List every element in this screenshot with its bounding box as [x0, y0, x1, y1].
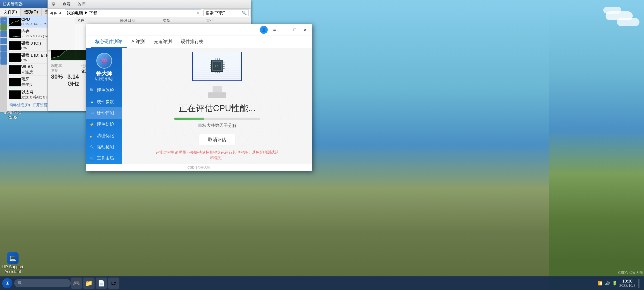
tm-sidebar-disk0[interactable] — [0, 31, 7, 37]
ld-nav-rt-test[interactable]: 光追评测 — [149, 36, 176, 48]
tray-show-desktop[interactable] — [638, 279, 640, 288]
tm-tab-file[interactable]: 文件(F) — [0, 8, 20, 16]
svg-rect-32 — [223, 66, 224, 67]
tm-sidebar: CPU — [0, 16, 7, 112]
tm-sidebar-disk1[interactable] — [0, 38, 7, 44]
cloud-decoration-2 — [603, 7, 622, 14]
tray-sound-icon[interactable]: 🔊 — [605, 281, 610, 286]
desktop-icon-hp-support[interactable]: 💻 HP SupportAssistant — [2, 252, 23, 274]
ld-close-btn[interactable]: ✕ — [302, 27, 308, 33]
ld-menu-icon[interactable]: ≡ — [271, 27, 278, 33]
svg-rect-31 — [223, 64, 224, 65]
svg-rect-30 — [223, 63, 224, 63]
ld-logo-image: 👾 — [96, 53, 112, 69]
tm-disk0-mini-graph — [9, 41, 21, 50]
tm-sidebar-cpu[interactable]: CPU — [0, 18, 7, 24]
taskbar-apps: 🎮 📁 📄 🗂 — [71, 277, 120, 289]
svg-rect-21 — [219, 58, 220, 60]
fe-forward-btn[interactable]: ▶ — [54, 11, 57, 16]
ld-cancel-button[interactable]: 取消评估 — [199, 134, 236, 145]
fe-search-icon[interactable]: 🔍 — [242, 11, 247, 16]
desktop-wallpaper-right — [549, 0, 644, 290]
tray-battery-icon[interactable]: 🔋 — [612, 281, 617, 286]
ld-footer: CSDN ©鲁大师 — [86, 164, 312, 171]
ld-menu-hardware-eval[interactable]: ⚙ 硬件评测 — [86, 107, 122, 119]
start-button[interactable]: ⊞ — [2, 278, 12, 288]
hp-support-label: HP SupportAssistant — [2, 265, 23, 274]
ld-nav-hardware-test[interactable]: 核心硬件测评 — [91, 36, 127, 48]
tm-sidebar-bt[interactable] — [0, 51, 7, 58]
fe-address-bar: ◀ ▶ ▲ 我的电脑 ▶ 下载 ↻ 搜索"下载" 🔍 — [48, 9, 251, 17]
fe-refresh-icon[interactable]: ↻ — [196, 11, 199, 15]
tray-clock[interactable]: 10:30 2022/10/2 — [619, 279, 636, 288]
fe-col-name: 名称 — [77, 18, 120, 23]
cpu-stat-util-val: 80% — [51, 73, 63, 87]
tm-simple-info-btn[interactable]: 简略信息(D) — [9, 102, 30, 108]
ld-menu-hardware-protect[interactable]: ⚡ 硬件防护 — [86, 119, 122, 130]
ld-menu-tool-market[interactable]: 🛒 工具市场 — [86, 153, 122, 164]
ld-menu-driver-check[interactable]: 🔧 驱动检测 — [86, 141, 122, 153]
fe-toolbar-share[interactable]: 享 — [50, 1, 57, 8]
ld-nav-ranking[interactable]: 硬件排行榜 — [176, 36, 208, 48]
ld-figure-area — [204, 86, 231, 99]
svg-rect-27 — [210, 64, 212, 65]
ld-maximize-btn[interactable]: □ — [292, 27, 298, 33]
csdn-watermark: CSDN ©鲁大师 — [618, 270, 643, 275]
fe-path-bar[interactable]: 我的电脑 ▶ 下载 ↻ — [65, 10, 201, 16]
ludashi-window: 👤 ≡ － □ ✕ 核心硬件测评 AI评测 光追评测 硬件排行榜 👾 鲁大师 专… — [86, 24, 312, 171]
ld-menu-check-icon: 🔍 — [90, 88, 94, 93]
tm-sidebar-mem[interactable] — [0, 24, 7, 31]
ld-menu-clean-icon: 🧹 — [90, 133, 94, 138]
fe-up-btn[interactable]: ▲ — [58, 11, 62, 16]
svg-text:CPU: CPU — [215, 65, 219, 67]
cpu-stat-speed-val: 3.14 GHz — [68, 73, 79, 87]
taskbar-start-area: ⊞ 🔍 — [2, 278, 71, 288]
ld-menu-market-icon: 🛒 — [90, 156, 94, 161]
ld-menu-hardware-params[interactable]: ≡ 硬件参数 — [86, 96, 122, 107]
taskbar-search[interactable]: 🔍 — [14, 279, 71, 287]
fe-back-btn[interactable]: ◀ — [50, 11, 53, 16]
fe-search-box[interactable]: 搜索"下载" 🔍 — [204, 10, 249, 16]
fe-search-text: 搜索"下载" — [206, 10, 225, 16]
system-tray: 📶 🔊 🔋 10:30 2022/10/2 — [598, 279, 642, 288]
tm-bt-mini-graph — [9, 78, 21, 86]
ld-menu-driver-label: 驱动检测 — [97, 144, 114, 150]
ld-warning-text: 评测过程中请尽量不要挪动鼠标和键盘或运行其他程序，以免影响测试结果精度。 — [155, 150, 279, 161]
ld-logo-subtitle: 专业硬件防护 — [94, 77, 114, 81]
svg-rect-19 — [216, 58, 216, 60]
fe-toolbar-view[interactable]: 查看 — [60, 1, 72, 8]
tm-sidebar-eth[interactable] — [0, 58, 7, 65]
ld-menu-clean-optimize[interactable]: 🧹 清理优化 — [86, 130, 122, 141]
fe-toolbar: 享 查看 管理 — [48, 0, 251, 9]
svg-rect-20 — [217, 58, 218, 60]
taskbar-app-folder[interactable]: 🗂 — [108, 277, 120, 289]
ld-nav-ai-test[interactable]: AI评测 — [127, 36, 149, 48]
taskbar: ⊞ 🔍 🎮 📁 📄 🗂 📶 🔊 🔋 10:30 2022/10/2 — [0, 276, 644, 290]
tm-mem-mini-graph — [9, 29, 21, 38]
tm-disk1-mini-graph — [9, 53, 21, 62]
ld-menu-market-label: 工具市场 — [97, 156, 114, 161]
taskbar-app-san9pk[interactable]: 🎮 — [71, 277, 82, 289]
fe-path-text: 我的电脑 ▶ 下载 — [67, 10, 98, 16]
ld-menu-eval-icon: ⚙ — [90, 110, 94, 115]
doc-icon: 📄 — [98, 280, 105, 287]
tm-sidebar-wlan[interactable] — [0, 45, 7, 51]
hp-support-icon: 💻 — [7, 252, 18, 264]
taskbar-app-doc[interactable]: 📄 — [96, 277, 107, 289]
taskbar-app-vc6[interactable]: 📁 — [83, 277, 94, 289]
ld-status-text: 正在评估CPU性能... — [179, 103, 256, 114]
tm-tab-options[interactable]: 选项(O) — [20, 8, 42, 16]
tm-wlan-mini-graph — [9, 65, 21, 74]
ld-minimize-btn[interactable]: － — [281, 27, 288, 33]
fe-toolbar-manage[interactable]: 管理 — [76, 1, 88, 8]
folder-icon: 🗂 — [111, 280, 117, 287]
svg-rect-22 — [214, 72, 214, 73]
tray-network-icon[interactable]: 📶 — [598, 281, 602, 286]
ld-user-avatar[interactable]: 👤 — [260, 26, 268, 34]
tray-time: 10:30 — [622, 279, 632, 284]
svg-rect-18 — [214, 58, 214, 60]
ld-menu-protect-icon: ⚡ — [90, 122, 94, 127]
fe-col-date: 修改日期 — [120, 18, 163, 23]
ld-menu-hardware-check[interactable]: 🔍 硬件体检 — [86, 85, 122, 96]
windows-logo-icon: ⊞ — [6, 280, 10, 286]
